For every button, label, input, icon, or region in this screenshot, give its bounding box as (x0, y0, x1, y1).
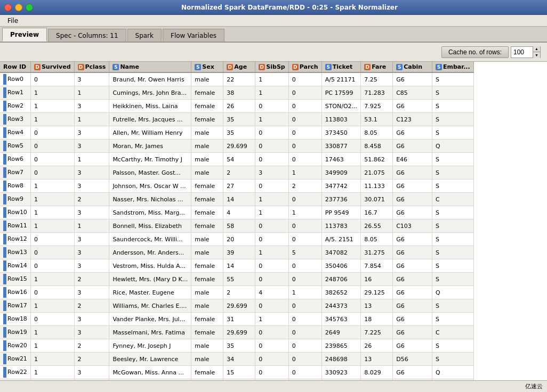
table-cell: PC 17599 (321, 86, 361, 100)
table-row[interactable]: Row213Heikkinen, Miss. Lainafemale2600ST… (0, 100, 473, 113)
table-cell: male (191, 339, 223, 353)
table-cell: 7.925 (361, 100, 393, 113)
table-cell: 29.699 (223, 299, 255, 313)
tab-flow-variables[interactable]: Flow Variables (163, 29, 224, 42)
table-cell: 347742 (321, 179, 361, 193)
table-row[interactable]: Row003Braund, Mr. Owen Harrismale2210A/5… (0, 72, 473, 86)
table-row[interactable]: Row601McCarthy, Mr. Timothy Jmale5400174… (0, 153, 473, 166)
table-row[interactable]: Row311Futrelle, Mrs. Jacques ...female35… (0, 113, 473, 126)
table-row[interactable]: Row503Moran, Mr. Jamesmale29.69900330877… (0, 140, 473, 153)
table-cell: 0 (30, 259, 74, 273)
table-row[interactable]: Row1403Vestrom, Miss. Hulda A...female14… (0, 259, 473, 273)
menu-file[interactable]: File (3, 16, 22, 26)
table-row[interactable]: Row111Cumings, Mrs. John Bra...female381… (0, 86, 473, 100)
table-cell: 4 (255, 286, 288, 299)
table-cell: male (191, 166, 223, 179)
table-row[interactable]: Row1803Vander Planke, Mrs. Jul...female3… (0, 313, 473, 326)
table-cell: 0 (30, 153, 74, 166)
table-row[interactable]: Row1013Sandstrom, Miss. Marg...female411… (0, 206, 473, 219)
row-indicator (3, 234, 6, 244)
spinner-down-button[interactable]: ▼ (533, 52, 540, 58)
table-cell: Nasser, Mrs. Nicholas ... (109, 193, 191, 206)
spinner-up-button[interactable]: ▲ (533, 46, 540, 53)
table-cell: 2 (288, 179, 321, 193)
table-row[interactable]: Row1303Andersson, Mr. Anders...male39153… (0, 246, 473, 259)
table-cell: Row15 (0, 273, 30, 286)
col-type-indicator: S (112, 64, 119, 70)
table-cell: S (432, 259, 474, 273)
spinner-controls: ▲ ▼ (533, 46, 540, 58)
table-cell: 51.862 (361, 153, 393, 166)
maximize-button[interactable] (26, 4, 33, 11)
table-cell: 4 (223, 206, 255, 219)
table-row[interactable]: Row1712Williams, Mr. Charles E....male29… (0, 299, 473, 313)
tab-spark[interactable]: Spark (127, 29, 162, 42)
cache-input-wrapper: ▲ ▼ (511, 46, 541, 58)
table-cell: Row0 (0, 72, 30, 86)
statusbar: 亿速云 (0, 380, 547, 392)
tab-preview[interactable]: Preview (2, 28, 47, 42)
table-cell: female (191, 113, 223, 126)
table-row[interactable]: Row2112Beesley, Mr. Lawrencemale34002486… (0, 353, 473, 366)
table-row[interactable]: Row912Nasser, Mrs. Nicholas ...female141… (0, 193, 473, 206)
col-type-indicator: D (78, 64, 84, 70)
table-cell: 0 (255, 353, 288, 366)
tab-spec-columns[interactable]: Spec - Columns: 11 (48, 29, 126, 42)
table-cell: 0 (288, 140, 321, 153)
table-cell: McGowan, Miss. Anna ... (109, 366, 191, 379)
header-cell-cabin: SCabin (393, 62, 432, 72)
table-cell: 38 (223, 86, 255, 100)
table-cell: female (191, 273, 223, 286)
table-cell: 1 (30, 339, 74, 353)
minimize-button[interactable] (15, 4, 22, 11)
table-row[interactable]: Row403Allen, Mr. William Henrymale350037… (0, 126, 473, 140)
table-row[interactable]: Row1913Masselmani, Mrs. Fatimafemale29.6… (0, 326, 473, 339)
table-container[interactable]: Row IDDSurvivedDPclassSNameSSexDAgeDSibS… (0, 62, 547, 392)
table-cell: 1 (255, 313, 288, 326)
table-row[interactable]: Row703Palsson, Master. Gost...male231349… (0, 166, 473, 179)
table-row[interactable]: Row2012Fynney, Mr. Joseph Jmale350023986… (0, 339, 473, 353)
table-cell: 1 (255, 72, 288, 86)
table-cell: female (191, 313, 223, 326)
table-cell: 1 (30, 366, 74, 379)
table-cell: 382652 (321, 286, 361, 299)
table-cell: 0 (288, 326, 321, 339)
table-cell: 8.458 (361, 140, 393, 153)
row-indicator (3, 74, 6, 85)
table-row[interactable]: Row1603Rice, Master. Eugenemale241382652… (0, 286, 473, 299)
table-cell: 3 (74, 366, 109, 379)
header-cell-ticket: STicket (321, 62, 361, 72)
table-row[interactable]: Row1111Bonnell, Miss. Elizabethfemale580… (0, 219, 473, 233)
table-cell: 8.05 (361, 233, 393, 246)
close-button[interactable] (4, 4, 12, 11)
row-indicator (3, 207, 6, 218)
table-cell: 17463 (321, 153, 361, 166)
titlebar: Normalized Spark DataFrame/RDD - 0:25 - … (0, 0, 547, 15)
table-cell: 0 (255, 273, 288, 286)
header-cell-sex: SSex (191, 62, 223, 72)
table-cell: 58 (223, 219, 255, 233)
table-cell: 3 (74, 72, 109, 86)
header-row: Row IDDSurvivedDPclassSNameSSexDAgeDSibS… (0, 62, 473, 72)
table-cell: G6 (393, 140, 432, 153)
cache-rows-input[interactable] (511, 47, 533, 58)
table-cell: 0 (288, 273, 321, 286)
table-cell: female (191, 179, 223, 193)
table-cell: Row17 (0, 299, 30, 313)
cache-rows-button[interactable]: Cache no. of rows: (441, 46, 509, 58)
header-cell-fare: DFare (361, 62, 393, 72)
table-row[interactable]: Row813Johnson, Mrs. Oscar W ...female270… (0, 179, 473, 193)
table-cell: 1 (74, 153, 109, 166)
table-cell: S (432, 219, 474, 233)
table-cell: 31 (223, 313, 255, 326)
table-cell: Andersson, Mr. Anders... (109, 246, 191, 259)
table-row[interactable]: Row1203Saundercock, Mr. Willi...male2000… (0, 233, 473, 246)
table-row[interactable]: Row1512Hewlett, Mrs. (Mary D K...female5… (0, 273, 473, 286)
table-cell: 1 (30, 193, 74, 206)
table-cell: Row4 (0, 126, 30, 140)
table-cell: 0 (288, 100, 321, 113)
table-cell: 347082 (321, 246, 361, 259)
row-indicator (3, 181, 6, 191)
table-row[interactable]: Row2213McGowan, Miss. Anna ...female1500… (0, 366, 473, 379)
table-cell: Heikkinen, Miss. Laina (109, 100, 191, 113)
